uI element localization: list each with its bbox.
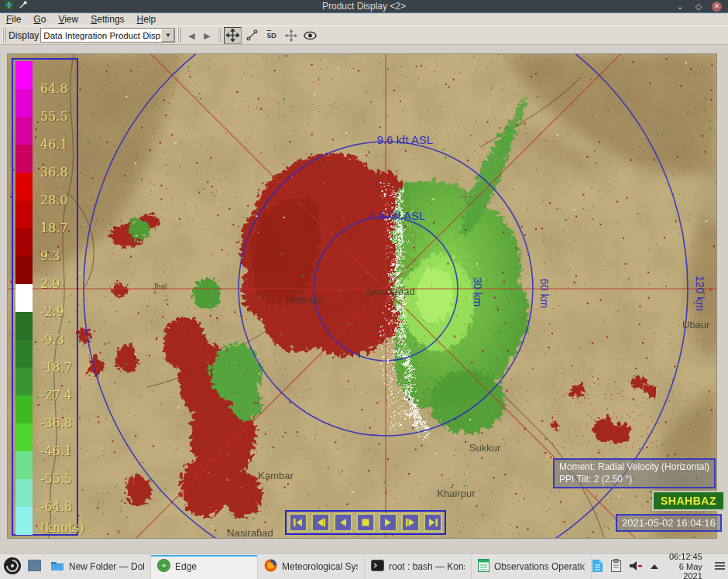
moment-line: Moment: Radial Velocity (Horizontal) [559,461,709,474]
radar-display[interactable]: 9.6 kft ASL4.8 kft ASL30 km60 km120 kmKh… [7,53,717,539]
scale-label: -2.9 [40,304,79,318]
title-bar[interactable]: Product Display <2> ⌄ ◇ ✕ [0,0,728,13]
scale-segment [15,61,33,89]
clock[interactable]: 06:12:45 6 May 2021 [669,552,702,579]
scale-segment [15,145,33,173]
sheets-icon [478,559,489,574]
menu-file[interactable]: File [0,14,27,26]
scale-segment [15,117,33,145]
scale-segment [15,340,33,368]
combobox-dropdown-button[interactable]: ▼ [161,29,174,42]
document-tray-icon[interactable] [592,559,603,575]
window-title: Product Display <2> [0,1,728,12]
scale-label: -55.5 [40,471,79,485]
menu-settings[interactable]: Settings [84,14,130,26]
menu-bar: FileGoViewSettingsHelp [0,14,728,26]
menu-go[interactable]: Go [27,14,52,26]
scale-units-label: (knots) [40,520,79,534]
taskbar: New Folder — DolphinEdgeMeteorological S… [0,553,728,579]
scale-segment [15,368,33,396]
moment-info-box: Moment: Radial Velocity (Horizontal) PPI… [553,458,716,488]
taskbar-task-sheets[interactable]: Observations Operations... [472,555,592,579]
step-forward-button[interactable] [401,513,420,532]
scale-label: 18.7 [40,221,79,235]
scale-label: 9.3 [40,248,79,262]
play-forward-button[interactable] [379,513,397,532]
scale-segment [15,89,33,117]
pin-icon[interactable] [19,0,28,12]
clock-time: 06:12:45 [669,552,702,562]
taskbar-task-dolphin[interactable]: New Folder — Dolphin [44,555,151,579]
task-label: root : bash — Konsole [389,561,465,572]
taskbar-task-firefox[interactable]: Meteorological System - ... [258,555,365,579]
taskbar-task-edge[interactable]: Edge [151,555,258,579]
desktop: Product Display <2> ⌄ ◇ ✕ FileGoViewSett… [0,0,728,579]
toolbar-grip[interactable] [217,28,221,43]
app-icon [4,0,14,12]
play-reverse-button[interactable] [334,513,352,532]
konsole-icon [371,560,384,574]
step-back-button[interactable] [311,513,330,532]
scale-label: 2.9 [40,276,79,290]
color-bar [15,61,33,535]
scale-label: -64.8 [40,499,79,513]
maximize-button[interactable]: ◇ [693,1,704,12]
5d-tool-icon[interactable]: 5D [263,27,280,44]
toolbar-grip[interactable] [177,28,181,43]
task-label: Meteorological System - ... [282,561,358,572]
pager-icon[interactable] [28,560,41,574]
scale-segment [15,312,33,340]
scale-label: 64.8 [40,81,79,95]
scale-label: -27.4 [40,388,79,402]
volume-muted-icon[interactable] [629,560,643,574]
timestamp-box: 2021-05-02 16:04:16 [616,514,722,532]
display-label: Display [9,30,39,41]
scale-segment [15,423,33,451]
display-product-combobox[interactable]: Data Integration Product Display ▼ [40,28,175,43]
scale-label: -46.1 [40,444,79,457]
menu-help[interactable]: Help [131,14,163,26]
clipboard-tray-icon[interactable] [610,559,622,575]
scale-segment [15,451,33,479]
close-button[interactable]: ✕ [712,2,722,12]
visibility-tool-icon[interactable] [301,27,319,44]
system-tray: 06:12:45 6 May 2021 [592,552,728,579]
task-label: New Folder — Dolphin [69,561,144,572]
scale-segment [15,284,33,312]
clock-date: 6 May 2021 [669,562,702,579]
toolbar-grip[interactable] [2,28,6,43]
scale-segment [15,479,33,507]
taskbar-task-konsole[interactable]: root : bash — Konsole [365,555,472,579]
task-label: Edge [175,561,197,572]
tilt-line: PPI Tilt: 2 (2.50 °) [559,474,709,486]
scale-segment [15,173,33,200]
tray-expand-icon[interactable] [650,561,659,572]
animation-control-bar [285,510,446,535]
forward-button[interactable]: ▶ [199,28,215,43]
go-first-button[interactable] [289,513,307,532]
back-button[interactable]: ◀ [184,28,199,43]
toolbar: Display Data Integration Product Display… [0,26,728,45]
scale-label: 36.8 [40,165,79,179]
move-tool-icon[interactable] [282,27,300,44]
scale-segment [15,256,33,284]
measure-tool-icon[interactable] [243,27,261,44]
pan-tool-icon[interactable] [224,27,242,44]
display-product-value: Data Integration Product Display [41,31,161,40]
go-last-button[interactable] [424,513,442,532]
dolphin-icon [50,560,64,574]
edge-icon [157,559,170,574]
scale-label: -18.7 [40,360,79,374]
minimize-button[interactable]: ⌄ [675,1,685,12]
velocity-color-scale: 64.855.546.136.828.018.79.32.9-2.9-9.3-1… [12,58,78,536]
panel-menu-icon[interactable] [714,561,726,573]
stop-button[interactable] [356,513,375,532]
scale-label: -36.8 [40,416,79,430]
menu-view[interactable]: View [52,14,84,26]
scale-label: -9.3 [40,332,79,346]
site-badge: SHAHBAZ [652,491,725,511]
app-launcher-icon[interactable] [3,557,22,577]
scale-segment [15,396,33,423]
scale-segment [15,228,33,256]
scale-label: 28.0 [40,193,79,207]
